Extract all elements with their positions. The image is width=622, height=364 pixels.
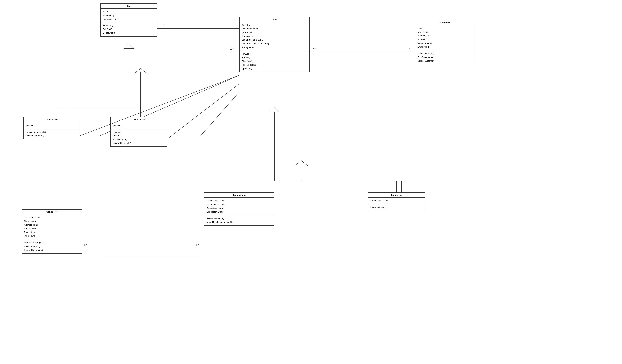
- contractor-title: Contractor: [22, 210, 82, 214]
- cust-attr-3: Address string: [417, 34, 473, 38]
- mult-contractor-cj-left: 1.*: [84, 244, 87, 247]
- simplejob-attributes: Level-1Staff-ID, int: [369, 198, 425, 204]
- contr-method-2: Edit-Contractor(),: [24, 245, 80, 248]
- job-attr-1: Job-ID int: [242, 23, 307, 27]
- customer-class: Customer ID int Name string Address stri…: [415, 20, 475, 64]
- level2staff-attributes: role:level2: [24, 122, 80, 129]
- l1s-method-2: EditJob(): [113, 134, 165, 137]
- cj-method-1: assignContractor(),: [207, 217, 272, 220]
- level2staff-methods: ResolutiontoLevel2() AssignContractor(): [24, 129, 80, 139]
- job-attr-2: Description string: [242, 27, 307, 31]
- l1s-attr-1: role:level1: [113, 124, 165, 127]
- customer-title: Customer: [415, 20, 475, 25]
- svg-line-12: [201, 92, 239, 135]
- contr-attr-2: Name string: [24, 219, 80, 223]
- l1s-method-3: TroubleShoot(): [113, 137, 165, 141]
- simplejob-methods: insertResolution: [369, 204, 425, 211]
- level1staff-methods: LogJob() EditJob() TroubleShoot() Forwar…: [111, 129, 167, 146]
- complexjob-attributes: Level-1Staff-ID, int Level-2Staff-ID, in…: [204, 198, 274, 215]
- mult-staff-job-star: 1.*: [230, 47, 234, 50]
- job-attr-7: Priority enum: [242, 45, 307, 49]
- job-attributes: Job-ID int Description string Type enum …: [240, 22, 309, 51]
- l1s-method-4: ForwardToLevel2(): [113, 141, 165, 145]
- l2s-method-2: AssignContractor(): [26, 134, 78, 137]
- staff-method-3: DeleteStaff(): [103, 31, 155, 35]
- contr-attr-1: Contractor-ID int: [24, 216, 80, 219]
- job-attr-5: Customer-name string: [242, 38, 307, 42]
- simplejob-title: Simple job: [369, 193, 425, 198]
- contractor-attributes: Contractor-ID int Name string Address st…: [22, 214, 82, 239]
- sj-method-1: insertResolution: [370, 206, 423, 209]
- staff-methods: NewStaff() EditStaff() DeleteStaff(): [101, 22, 157, 36]
- job-attr-3: Type enum: [242, 31, 307, 34]
- cust-method-2: Edit-Customer(),: [417, 55, 473, 59]
- mult-job-customer-left: 1.*: [313, 48, 317, 51]
- staff-attr-2: Name string: [103, 14, 155, 17]
- job-method-2: EditJob(),: [242, 56, 307, 59]
- cust-method-1: New-Customer(),: [417, 52, 473, 55]
- job-method-4: ResolvedJob(),: [242, 63, 307, 67]
- l1s-method-1: LogJob(): [113, 130, 165, 134]
- cust-attr-5: Manager string: [417, 41, 473, 45]
- job-title: JOB: [240, 17, 309, 22]
- complexjob-methods: assignContractor(), returnResolutionToLe…: [204, 215, 274, 225]
- cust-attr-2: Name string: [417, 30, 473, 34]
- connector-lines: [0, 0, 622, 364]
- staff-attributes: ID int Name string Password string: [101, 9, 157, 22]
- cust-attr-6: Email string: [417, 45, 473, 49]
- svg-line-26: [167, 84, 239, 139]
- job-class: JOB Job-ID int Description string Type e…: [239, 17, 310, 72]
- level1staff-title: Level1-Staff: [111, 117, 167, 122]
- contr-attr-4: Phone phone: [24, 227, 80, 230]
- level1staff-attributes: role:level1: [111, 122, 167, 129]
- staff-class: Staff ID int Name string Password string…: [100, 3, 157, 37]
- svg-marker-17: [124, 43, 134, 49]
- job-attr-6: Customer-designation string: [242, 42, 307, 45]
- simplejob-class: Simple job Level-1Staff-ID, int insertRe…: [368, 192, 425, 211]
- customer-methods: New-Customer(), Edit-Customer(), Delete-…: [415, 50, 475, 64]
- mult-job-customer-right: 1: [409, 48, 411, 51]
- staff-attr-3: Password string: [103, 17, 155, 21]
- relationship-connectors: [0, 0, 622, 364]
- job-method-3: CloseJob(),: [242, 59, 307, 63]
- level2staff-class: Level-2 Staff role:level2 ResolutiontoLe…: [23, 117, 80, 139]
- staff-method-1: NewStaff(): [103, 24, 155, 27]
- contr-attr-6: Type enum: [24, 234, 80, 238]
- staff-title: Staff: [101, 4, 157, 9]
- l2s-method-1: ResolutiontoLevel2(): [26, 130, 78, 134]
- job-attr-4: Status enum: [242, 34, 307, 38]
- sj-attr-1: Level-1Staff-ID, int: [370, 199, 423, 203]
- cj-attr-3: Resolution string: [207, 206, 272, 210]
- job-methods: NewJob(), EditJob(), CloseJob(), Resolve…: [240, 51, 309, 72]
- contr-attr-3: Address string: [24, 223, 80, 227]
- level2staff-title: Level-2 Staff: [24, 117, 80, 122]
- staff-attr-1: ID int: [103, 10, 155, 14]
- complexjob-title: Complex-Job: [204, 193, 274, 198]
- complexjob-class: Complex-Job Level-1Staff-ID, int Level-2…: [204, 192, 274, 226]
- cj-method-2: returnResolutionToLevel1(): [207, 220, 272, 224]
- customer-attributes: ID int Name string Address string Phone …: [415, 25, 475, 50]
- contractor-class: Contractor Contractor-ID int Name string…: [22, 209, 82, 253]
- staff-method-2: EditStaff(): [103, 27, 155, 31]
- cust-attr-1: ID int: [417, 27, 473, 30]
- contr-attr-5: Email string: [24, 230, 80, 234]
- uml-diagram: Staff ID int Name string Password string…: [0, 0, 622, 364]
- cj-attr-1: Level-1Staff-ID, int: [207, 199, 272, 203]
- contr-method-3: Delete-Contractor(): [24, 248, 80, 252]
- contractor-methods: New-Contractor(), Edit-Contractor(), Del…: [22, 239, 82, 253]
- job-method-1: NewJob(),: [242, 52, 307, 56]
- cj-attr-2: Level-2Staff-ID, int: [207, 203, 272, 206]
- cust-method-3: Delete-Customer(): [417, 59, 473, 63]
- cust-attr-4: Phone int: [417, 38, 473, 41]
- job-method-5: OpenJob(): [242, 67, 307, 71]
- l2s-attr-1: role:level2: [26, 124, 78, 127]
- mult-staff-job-1: 1: [164, 24, 166, 28]
- mult-contractor-cj-right: 1.*: [196, 244, 199, 247]
- contr-method-1: New-Contractor(),: [24, 241, 80, 245]
- svg-marker-24: [270, 107, 279, 112]
- level1staff-class: Level1-Staff role:level1 LogJob() EditJo…: [110, 117, 167, 147]
- cj-attr-4: Contractor-ID int: [207, 210, 272, 214]
